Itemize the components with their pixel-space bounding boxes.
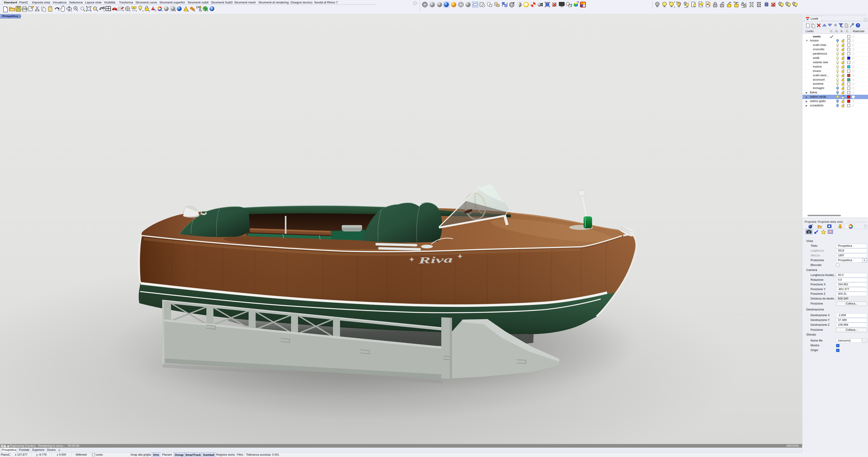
svg-text:Riva: Riva: [418, 254, 453, 265]
svg-text:?: ?: [211, 7, 213, 11]
svg-text:?: ?: [857, 24, 859, 27]
